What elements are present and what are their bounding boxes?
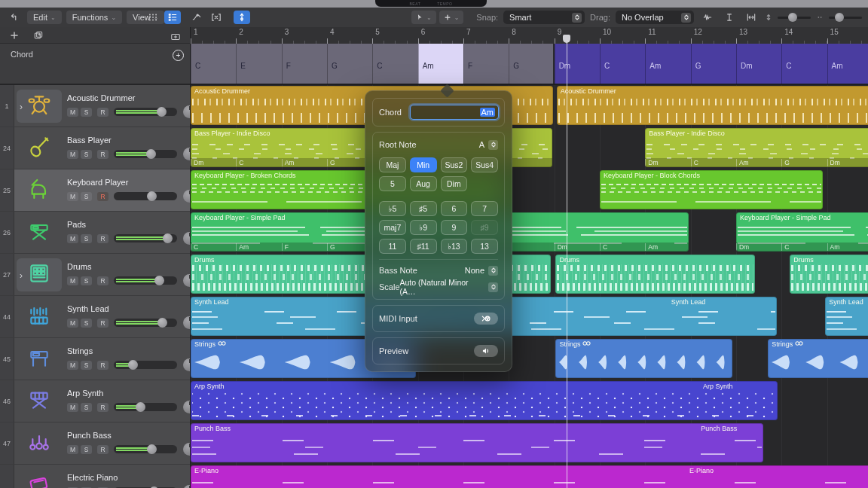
region[interactable]: Strings xyxy=(768,339,868,378)
mute-button[interactable]: M xyxy=(67,108,78,117)
chord-quality-button[interactable]: Sus4 xyxy=(471,157,498,172)
region[interactable]: Arp SynthArp Synth xyxy=(191,381,778,420)
chord-extension-button[interactable]: maj7 xyxy=(379,220,406,235)
mute-button[interactable]: M xyxy=(67,319,78,328)
region[interactable]: E-PianoE-Piano xyxy=(191,465,868,488)
region[interactable]: Strings xyxy=(555,339,732,378)
disclosure-arrow-icon[interactable]: › xyxy=(20,270,23,281)
pan-knob[interactable] xyxy=(183,148,190,160)
vertical-zoom-icon[interactable] xyxy=(721,11,738,24)
solo-button[interactable]: S xyxy=(81,108,92,117)
record-button[interactable]: R xyxy=(97,234,108,243)
waveform-zoom-icon[interactable] xyxy=(699,11,716,24)
chord-extension-button[interactable]: 11 xyxy=(379,239,406,254)
pan-knob[interactable] xyxy=(183,358,190,371)
track-list-view-icon[interactable] xyxy=(164,11,181,24)
chord-extension-button[interactable]: ♯11 xyxy=(410,239,437,254)
chord-cell[interactable]: F xyxy=(282,44,327,84)
chord-extension-button[interactable]: ♭13 xyxy=(441,239,468,254)
track-header[interactable]: 47Punch BassMSR xyxy=(0,422,190,465)
pan-knob[interactable] xyxy=(183,485,190,488)
drag-dropdown[interactable]: No Overlap xyxy=(616,11,694,24)
chord-quality-button[interactable]: Min xyxy=(410,157,437,172)
volume-slider[interactable] xyxy=(114,403,177,411)
pan-knob[interactable] xyxy=(183,274,190,287)
snap-to-grid-icon[interactable] xyxy=(234,11,250,24)
track-header[interactable]: 44Synth LeadMSR xyxy=(0,296,190,338)
horizontal-zoom-icon[interactable] xyxy=(743,11,760,24)
chord-cell[interactable]: C xyxy=(191,44,236,84)
chord-extension-button[interactable]: 7 xyxy=(471,201,498,216)
region[interactable]: Acoustic Drummer xyxy=(557,86,868,125)
playhead-handle[interactable] xyxy=(563,35,570,43)
flex-tool-icon[interactable] xyxy=(188,11,205,24)
chord-extension-button[interactable]: ♯5 xyxy=(410,201,437,216)
record-button[interactable]: R xyxy=(97,276,108,285)
preview-button[interactable] xyxy=(474,345,498,357)
chord-extension-button[interactable]: ♭5 xyxy=(379,201,406,216)
mute-button[interactable]: M xyxy=(67,403,78,412)
solo-button[interactable]: S xyxy=(81,319,92,328)
solo-button[interactable]: S xyxy=(81,445,92,454)
duplicate-track-icon[interactable] xyxy=(30,29,47,42)
chord-input[interactable]: Am xyxy=(411,105,498,119)
region[interactable]: Synth Lead xyxy=(825,297,868,336)
chord-extension-button[interactable]: ♭9 xyxy=(410,220,437,235)
solo-button[interactable]: S xyxy=(81,150,92,159)
chord-track-lane[interactable]: CEFGCAmFGDmCAmGDmCAm xyxy=(190,44,868,85)
edit-menu[interactable]: Edit⌄ xyxy=(27,11,62,24)
solo-button[interactable]: S xyxy=(81,234,92,243)
chord-quality-button[interactable]: Maj xyxy=(379,157,406,172)
track-header[interactable]: 24Bass PlayerMSR xyxy=(0,127,190,169)
chord-cell[interactable]: Am xyxy=(645,44,690,84)
region[interactable]: Bass Player - Indie DiscoDmCAmGDm xyxy=(645,128,868,167)
volume-thumb[interactable] xyxy=(136,402,145,412)
chord-cell[interactable]: Dm xyxy=(555,44,600,84)
mute-button[interactable]: M xyxy=(67,445,78,454)
pointer-tool-menu[interactable]: ⌄ xyxy=(411,11,436,24)
solo-button[interactable]: S xyxy=(81,276,92,285)
volume-slider[interactable] xyxy=(114,276,177,285)
mute-button[interactable]: M xyxy=(67,276,78,285)
region[interactable]: Punch BassPunch Bass xyxy=(191,423,763,462)
volume-slider[interactable] xyxy=(114,319,177,327)
secondary-tool-menu[interactable]: ⌄ xyxy=(439,11,464,24)
volume-slider[interactable] xyxy=(114,234,177,242)
solo-button[interactable]: S xyxy=(81,403,92,412)
track-header[interactable]: 27›DrumsMSR xyxy=(0,254,190,296)
chord-quality-button[interactable]: Sus2 xyxy=(441,157,468,172)
volume-thumb[interactable] xyxy=(154,276,164,285)
midi-input-button[interactable] xyxy=(474,313,498,325)
bass-note-stepper[interactable] xyxy=(488,266,498,276)
volume-thumb[interactable] xyxy=(128,360,138,370)
volume-slider[interactable] xyxy=(114,361,177,369)
track-header[interactable]: 25Keyboard PlayerMSR xyxy=(0,169,190,212)
chord-cell[interactable]: G xyxy=(509,44,553,84)
root-note-stepper[interactable] xyxy=(488,140,498,150)
arrangement-lanes[interactable]: Acoustic DrummerAcoustic DrummerBass Pla… xyxy=(190,85,868,488)
record-button[interactable]: R xyxy=(97,319,108,328)
add-track-icon[interactable] xyxy=(6,29,23,42)
vertical-zoom-slider[interactable] xyxy=(778,17,811,19)
add-chord-icon[interactable]: + xyxy=(173,50,184,61)
pan-knob[interactable] xyxy=(183,232,190,245)
chord-cell[interactable]: G xyxy=(327,44,372,84)
volume-slider[interactable] xyxy=(114,150,177,158)
pan-knob[interactable] xyxy=(183,401,190,413)
autopunch-icon[interactable] xyxy=(208,11,225,24)
pan-knob[interactable] xyxy=(183,443,190,456)
record-button[interactable]: R xyxy=(97,445,108,454)
region[interactable]: Keyboard Player - Block Chords xyxy=(600,170,823,209)
region[interactable]: Drums xyxy=(790,255,868,294)
solo-button[interactable]: S xyxy=(81,361,92,370)
volume-thumb[interactable] xyxy=(147,191,157,201)
track-header[interactable]: 45StringsMSR xyxy=(0,338,190,380)
chord-extension-button[interactable]: 6 xyxy=(441,201,468,216)
solo-button[interactable]: S xyxy=(81,192,92,201)
volume-thumb[interactable] xyxy=(147,444,157,454)
chord-cell[interactable]: Dm xyxy=(736,44,781,84)
chord-extension-button[interactable]: 13 xyxy=(471,239,498,254)
track-header-config-icon[interactable] xyxy=(167,30,184,44)
record-button[interactable]: R xyxy=(97,403,108,412)
track-header[interactable]: Electric PianoMSR xyxy=(0,465,190,488)
